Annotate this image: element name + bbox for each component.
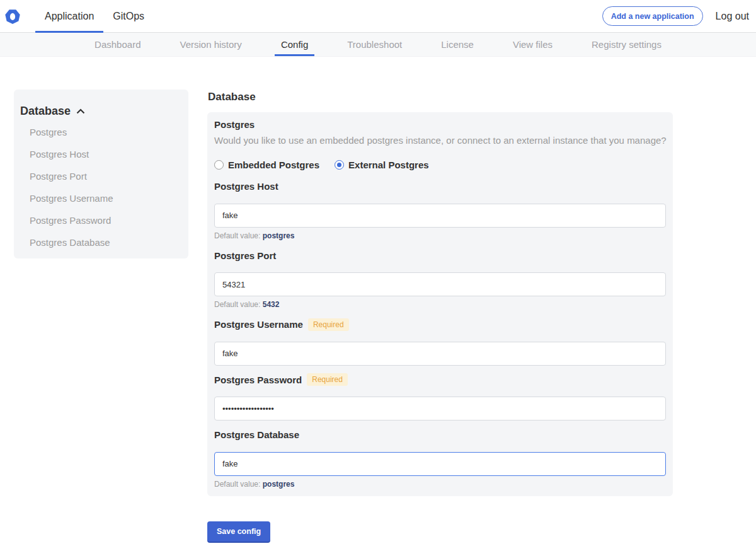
chevron-up-icon: [76, 108, 85, 114]
sidebar-item-list: PostgresPostgres HostPostgres PortPostgr…: [20, 121, 182, 253]
radio-selected-icon: [335, 160, 344, 170]
config-item-postgres: PostgresWould you like to use an embedde…: [214, 120, 666, 170]
config-panel: PostgresWould you like to use an embedde…: [207, 112, 673, 496]
sidebar-item-postgres-host[interactable]: Postgres Host: [30, 143, 182, 165]
field-label-row: Postgres Host: [214, 182, 666, 191]
field-label-row: Postgres PasswordRequired: [214, 375, 666, 385]
top-tab-application[interactable]: Application: [35, 0, 103, 32]
app-subnav: DashboardVersion historyConfigTroublesho…: [0, 33, 756, 57]
sidebar-item-postgres-password[interactable]: Postgres Password: [30, 209, 182, 231]
add-application-button[interactable]: Add a new application: [602, 6, 703, 26]
sidebar-item-postgres-port[interactable]: Postgres Port: [30, 165, 182, 187]
field-label-row: Postgres Port: [214, 251, 666, 260]
content-area: Database PostgresPostgres HostPostgres P…: [0, 90, 756, 542]
default-value-line: Default value: 5432: [214, 301, 666, 308]
subnav-item-dashboard[interactable]: Dashboard: [88, 33, 147, 56]
field-input-postgres-username[interactable]: [214, 342, 666, 366]
field-label-row: Postgres: [214, 120, 666, 129]
top-right-actions: Add a new application Log out: [602, 0, 756, 32]
default-value-prefix: Default value:: [214, 300, 263, 309]
field-label-row: Postgres UsernameRequired: [214, 320, 666, 329]
sidebar-group-label: Database: [20, 105, 71, 117]
radio-option-embedded-postgres[interactable]: Embedded Postgres: [214, 160, 319, 170]
subnav-item-troubleshoot[interactable]: Troubleshoot: [341, 33, 408, 56]
radio-option-label: Embedded Postgres: [228, 160, 319, 170]
logout-link[interactable]: Log out: [716, 11, 749, 22]
radio-unselected-icon: [214, 160, 224, 170]
field-input-postgres-port[interactable]: [214, 272, 666, 296]
default-value-prefix: Default value:: [214, 231, 263, 240]
top-header: ApplicationGitOps Add a new application …: [0, 0, 756, 33]
config-main: Database PostgresWould you like to use a…: [207, 90, 673, 542]
config-item-postgres-database: Postgres DatabaseDefault value: postgres: [214, 430, 666, 488]
required-badge: Required: [307, 373, 348, 386]
config-group-title: Database: [208, 91, 673, 102]
config-sidebar: Database PostgresPostgres HostPostgres P…: [14, 90, 188, 258]
subnav-item-config[interactable]: Config: [275, 33, 314, 56]
top-tabs: ApplicationGitOps: [35, 0, 154, 32]
field-label: Postgres Host: [214, 182, 278, 191]
sidebar-item-postgres-database[interactable]: Postgres Database: [30, 231, 182, 253]
field-input-postgres-password[interactable]: [214, 397, 666, 420]
save-config-button[interactable]: Save config: [207, 521, 270, 542]
sidebar-item-postgres-username[interactable]: Postgres Username: [30, 187, 182, 209]
required-badge: Required: [308, 318, 349, 331]
radio-option-label: External Postgres: [348, 160, 429, 170]
config-item-postgres-port: Postgres PortDefault value: 5432: [214, 251, 666, 309]
field-label: Postgres Database: [214, 430, 299, 439]
subnav-item-license[interactable]: License: [435, 33, 480, 56]
sidebar-group-database[interactable]: Database: [20, 105, 182, 117]
field-label: Postgres Password: [214, 375, 302, 385]
radio-options-row: Embedded PostgresExternal Postgres: [214, 160, 666, 170]
config-item-postgres-host: Postgres HostDefault value: postgres: [214, 182, 666, 240]
default-value-prefix: Default value:: [214, 480, 263, 489]
field-label: Postgres: [214, 120, 255, 129]
default-value-text: 5432: [263, 300, 280, 309]
field-input-postgres-database[interactable]: [214, 452, 666, 476]
subnav-item-view-files[interactable]: View files: [507, 33, 559, 56]
app-logo[interactable]: [0, 0, 20, 32]
field-label-row: Postgres Database: [214, 430, 666, 439]
config-item-postgres-password: Postgres PasswordRequired: [214, 375, 666, 421]
subnav-item-version-history[interactable]: Version history: [173, 33, 248, 56]
radio-option-external-postgres[interactable]: External Postgres: [335, 160, 429, 170]
default-value-line: Default value: postgres: [214, 232, 666, 240]
app-logo-icon: [5, 9, 20, 24]
field-label: Postgres Port: [214, 251, 276, 260]
config-item-postgres-username: Postgres UsernameRequired: [214, 320, 666, 366]
default-value-line: Default value: postgres: [214, 480, 666, 488]
subnav-item-registry-settings[interactable]: Registry settings: [585, 33, 668, 56]
top-tab-gitops[interactable]: GitOps: [103, 0, 154, 32]
default-value-text: postgres: [263, 231, 295, 240]
field-input-postgres-host[interactable]: [214, 204, 666, 228]
default-value-text: postgres: [263, 480, 295, 489]
field-label: Postgres Username: [214, 320, 303, 329]
field-help-text: Would you like to use an embedded postgr…: [214, 136, 666, 145]
sidebar-item-postgres[interactable]: Postgres: [30, 121, 182, 143]
